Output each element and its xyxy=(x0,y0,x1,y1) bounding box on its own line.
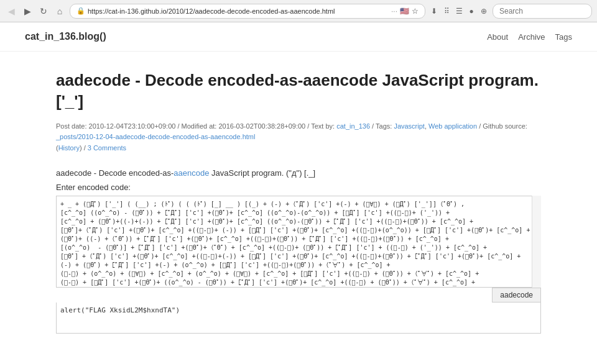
search-input[interactable] xyxy=(493,4,592,19)
post-date: 2010-12-04T23:10:00+09:00 xyxy=(89,122,176,130)
forward-button[interactable]: ▶ xyxy=(21,5,34,17)
url-text: https://cat-in-136.github.io/2010/12/aad… xyxy=(88,7,389,15)
more-icon: ··· xyxy=(391,7,397,16)
main-content: aadecode - Decode encoded-as-aaencode Ja… xyxy=(31,52,566,364)
main-nav: About Archive Tags xyxy=(487,32,572,42)
flag-icon: 🇺🇸 xyxy=(400,7,409,16)
tags-label: / Tags: xyxy=(372,122,392,130)
site-title: cat_in_136.blog() xyxy=(25,31,106,42)
address-bar[interactable]: 🔒 https://cat-in-136.github.io/2010/12/a… xyxy=(70,4,425,19)
extensions-icon[interactable]: ⠿ xyxy=(442,6,451,16)
comments-link[interactable]: 3 Comments xyxy=(88,144,126,152)
download-icon[interactable]: ⬇ xyxy=(429,6,439,16)
nav-archive[interactable]: Archive xyxy=(518,32,545,42)
post-subtitle: aadecode - Decode encoded-as-aaencode Ja… xyxy=(56,168,541,178)
browser-toolbar: ⬇ ⠿ ☰ ● ⊕ xyxy=(429,6,489,16)
back-button[interactable]: ◀ xyxy=(5,5,17,17)
modified-date: 2016-03-02T00:38:28+09:00 xyxy=(218,122,305,130)
modified-label: / Modified at: xyxy=(177,122,216,130)
puzzle-icon[interactable]: ⊕ xyxy=(479,6,489,16)
aaencode-link[interactable]: aaencode xyxy=(174,168,209,178)
reload-button[interactable]: ↻ xyxy=(37,5,50,17)
decode-button[interactable]: aadecode xyxy=(492,288,541,303)
profile-icon[interactable]: ● xyxy=(466,6,476,16)
decode-button-row: aadecode xyxy=(56,288,541,303)
lock-icon: 🔒 xyxy=(76,7,85,15)
nav-tags[interactable]: Tags xyxy=(555,32,572,42)
nav-about[interactable]: About xyxy=(487,32,508,42)
post-meta: Post date: 2010-12-04T23:10:00+09:00 / M… xyxy=(56,121,541,154)
author-link[interactable]: cat_in_136 xyxy=(336,122,370,130)
github-link[interactable]: _posts/2010-12-04-aadecode-decode-encode… xyxy=(56,133,255,140)
history-link[interactable]: History xyxy=(58,144,80,152)
tag2-link[interactable]: Web application xyxy=(428,122,477,130)
tag1-link[interactable]: Javascript xyxy=(394,122,425,130)
page-header: cat_in_136.blog() About Archive Tags xyxy=(0,22,597,52)
star-icon[interactable]: ☆ xyxy=(412,7,419,16)
menu-icon[interactable]: ☰ xyxy=(454,6,464,16)
browser-chrome: ◀ ▶ ↻ ⌂ 🔒 https://cat-in-136.github.io/2… xyxy=(0,0,597,22)
home-button[interactable]: ⌂ xyxy=(53,5,66,17)
result-output[interactable]: alert("FLAG XksidL2M$hxndTA") xyxy=(56,303,541,334)
post-date-label: Post date: xyxy=(56,122,87,130)
github-label: / Github source: xyxy=(479,122,527,130)
text-by-label: / Text by: xyxy=(307,122,335,130)
encoded-code-input[interactable]: + _ + (ﾟДﾟ) ['_'] ( (__) ; (ﾄﾟ) ( ( (ﾄﾟ)… xyxy=(56,196,541,288)
post-title: aadecode - Decode encoded-as-aaencode Ja… xyxy=(56,70,541,112)
encoded-code-wrapper: + _ + (ﾟДﾟ) ['_'] ( (__) ; (ﾄﾟ) ( ( (ﾄﾟ)… xyxy=(56,196,541,288)
enter-label: Enter encoded code: xyxy=(56,183,541,192)
